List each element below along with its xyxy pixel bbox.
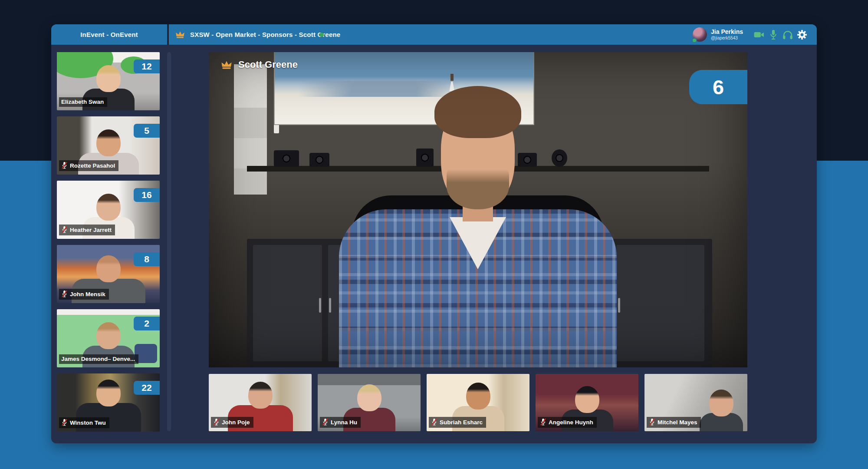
bottom-participant-tile[interactable]: John Poje	[209, 374, 312, 431]
participant-name: Heather Jarrett	[70, 227, 112, 233]
participant-name-chip: Rozette Pasahol	[59, 160, 118, 171]
muted-mic-icon	[322, 418, 329, 426]
participant-name-chip: Winston Twu	[59, 417, 109, 428]
participant-name-chip: Subriah Esharc	[429, 417, 486, 428]
participant-name: Winston Twu	[70, 419, 106, 426]
sidebar-scrollbar-track	[167, 52, 171, 431]
muted-mic-icon	[61, 290, 68, 298]
app-tab-label: InEvent - OnEvent	[80, 31, 138, 38]
participant-name-chip: Heather Jarrett	[59, 225, 115, 235]
sidebar-participant-tile[interactable]: 12 Elizabeth Swan	[57, 52, 160, 110]
stage-count-badge[interactable]: 6	[689, 70, 747, 104]
count-badge: 16	[134, 188, 160, 202]
participant-name: Lynna Hu	[331, 419, 357, 426]
header-divider	[167, 24, 169, 45]
sidebar-participant-tile[interactable]: 8 John Mensik	[57, 245, 160, 303]
user-name: Jia Perkins	[711, 29, 743, 35]
bottom-participant-tile[interactable]: Mitchel Mayes	[644, 374, 747, 431]
muted-mic-icon	[213, 418, 220, 426]
muted-mic-icon	[61, 162, 68, 169]
camera-icon[interactable]	[754, 30, 764, 40]
app-window: InEvent - OnEvent SXSW - Open Market - S…	[51, 24, 817, 443]
event-title: SXSW - Open Market - Sponsors - Scott Gr…	[190, 31, 340, 38]
settings-gear-icon[interactable]	[797, 30, 807, 40]
sidebar-participant-tile[interactable]: 5 Rozette Pasahol	[57, 116, 160, 175]
participant-name-chip: Angeline Huynh	[538, 417, 597, 428]
app-tab[interactable]: InEvent - OnEvent	[51, 24, 167, 45]
microphone-icon[interactable]	[768, 30, 779, 40]
participant-name-chip: Mitchel Mayes	[647, 417, 701, 428]
muted-mic-icon	[540, 418, 546, 426]
speaker-name: Scott Greene	[238, 59, 298, 70]
muted-mic-icon	[649, 418, 655, 426]
participant-video	[700, 413, 743, 431]
participant-name-chip: John Poje	[211, 417, 253, 428]
header-bar: InEvent - OnEvent SXSW - Open Market - S…	[51, 24, 817, 45]
bottom-participant-tile[interactable]: Lynna Hu	[318, 374, 421, 431]
avatar[interactable]	[693, 27, 707, 42]
muted-mic-icon	[61, 226, 68, 234]
event-title-area: SXSW - Open Market - Sponsors - Scott Gr…	[175, 24, 340, 45]
headphones-icon[interactable]	[783, 30, 793, 40]
count-badge: 22	[134, 381, 160, 395]
main-stage-video[interactable]: Scott Greene	[209, 52, 747, 367]
count-badge: 12	[134, 59, 160, 73]
participant-name-chip: James Desmond– Denve...	[59, 354, 138, 364]
participant-name: Mitchel Mayes	[658, 419, 697, 426]
muted-mic-icon	[61, 419, 68, 426]
user-info: Jia Perkins @jiaperk5543	[711, 29, 743, 40]
participant-name: Elizabeth Swan	[61, 99, 104, 105]
count-badge: 5	[134, 124, 160, 138]
bottom-participant-tile[interactable]: Angeline Huynh	[536, 374, 638, 431]
crown-icon	[175, 31, 185, 38]
online-status-dot	[692, 38, 697, 43]
sidebar-participant-tile[interactable]: 16 Heather Jarrett	[57, 181, 160, 239]
count-badge: 8	[134, 252, 160, 266]
sidebar-participant-tile[interactable]: 2 James Desmond– Denve...	[57, 309, 160, 367]
crown-icon	[221, 60, 232, 69]
participant-name: Angeline Huynh	[549, 419, 593, 426]
muted-mic-icon	[431, 418, 437, 426]
speaker-label: Scott Greene	[221, 59, 298, 70]
participant-name-chip: Lynna Hu	[320, 417, 361, 428]
participant-name: James Desmond– Denve...	[61, 356, 135, 362]
sidebar-scrollbar[interactable]	[167, 52, 171, 431]
participant-name-chip: John Mensik	[59, 289, 109, 300]
participant-name-chip: Elizabeth Swan	[59, 97, 107, 107]
user-handle: @jiaperk5543	[711, 36, 743, 40]
participant-name: John Poje	[222, 419, 250, 426]
participant-name: Rozette Pasahol	[70, 162, 115, 169]
participant-name: Subriah Esharc	[440, 419, 483, 426]
bottom-participant-tile[interactable]: Subriah Esharc	[427, 374, 529, 431]
count-badge: 2	[134, 317, 160, 330]
sidebar-participant-tile[interactable]: 22 Winston Twu	[57, 373, 160, 432]
presence-dot	[319, 33, 324, 37]
stage-vignette	[209, 52, 747, 367]
user-cluster: Jia Perkins @jiaperk5543	[693, 24, 807, 45]
participant-name: John Mensik	[70, 291, 105, 297]
